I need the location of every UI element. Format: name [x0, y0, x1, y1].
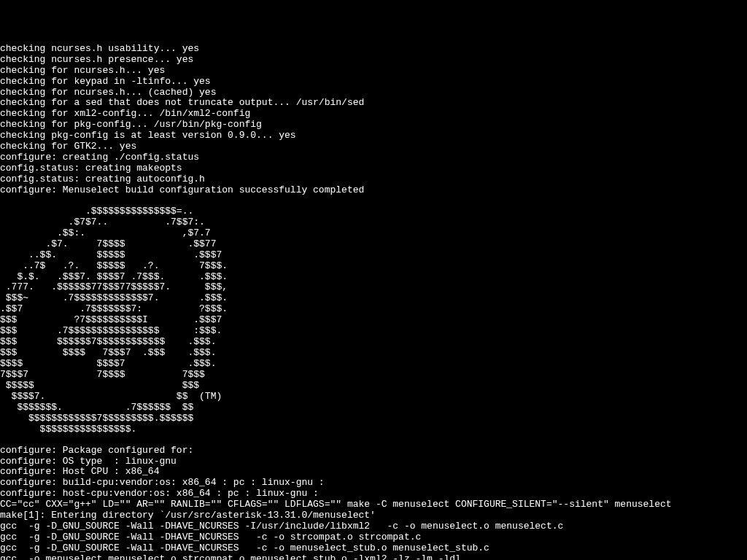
terminal-line: $$$$ $$$$7 .$$$. — [0, 359, 747, 370]
terminal-line: configure: Menuselect build configuratio… — [0, 185, 747, 196]
terminal-line: .$7$7.. .7$$7:. — [0, 217, 747, 228]
terminal-line: checking for xml2-config... /bin/xml2-co… — [0, 109, 747, 120]
terminal-line: configure: creating ./config.status — [0, 152, 747, 163]
terminal-line: $$$~ .7$$$$$$$$$$$$$7. .$$$. — [0, 293, 747, 304]
terminal-line: configure: build-cpu:vendor:os: x86_64 :… — [0, 478, 747, 489]
terminal-line: checking for a sed that does not truncat… — [0, 98, 747, 109]
terminal-line: make[1]: Entering directory `/usr/src/as… — [0, 510, 747, 521]
terminal-line: gcc -g -D_GNU_SOURCE -Wall -DHAVE_NCURSE… — [0, 543, 747, 554]
terminal-line: checking for keypad in -ltinfo... yes — [0, 77, 747, 88]
terminal-line: checking for GTK2... yes — [0, 141, 747, 152]
terminal-line — [0, 435, 747, 446]
terminal-line: config.status: creating autoconfig.h — [0, 174, 747, 185]
terminal-line: $$$ $$$$$$7$$$$$$$$$$$$ .$$$. — [0, 337, 747, 348]
terminal-line: $.$. .$$$7. $$$$7 .7$$$. .$$$. — [0, 272, 747, 283]
terminal-line: ..$$. $$$$$ .$$$7 — [0, 250, 747, 261]
terminal-line: configure: Host CPU : x86_64 — [0, 467, 747, 478]
terminal-line: configure: host-cpu:vendor:os: x86_64 : … — [0, 489, 747, 499]
terminal-line: ..7$ .?. $$$$$ .?. 7$$$. — [0, 261, 747, 272]
terminal-line: configure: Package configured for: — [0, 446, 747, 456]
terminal-line: $$$$$$$$$$$$$$$$. — [0, 424, 747, 435]
terminal-line: $$$$$$$$$$$$7$$$$$$$$$.$$$$$$ — [0, 413, 747, 424]
terminal-line: checking for pkg-config... /usr/bin/pkg-… — [0, 120, 747, 131]
terminal-line: 7$$$7 7$$$$ 7$$$ — [0, 370, 747, 381]
terminal-line — [0, 196, 747, 206]
terminal-line: $$$$$$$. .7$$$$$$ $$ — [0, 402, 747, 413]
terminal-line: CC="cc" CXX="g++" LD="" AR="" RANLIB="" … — [0, 499, 747, 510]
terminal-line: .$$:. ,$7.7 — [0, 228, 747, 239]
terminal-output: checking ncurses.h usability... yescheck… — [0, 44, 747, 560]
terminal-line: .777. .$$$$$$77$$$77$$$$$7. $$$, — [0, 282, 747, 293]
terminal-line: gcc -g -D_GNU_SOURCE -Wall -DHAVE_NCURSE… — [0, 532, 747, 543]
terminal-line: .$$$$$$$$$$$$$$$=.. — [0, 206, 747, 217]
terminal-line: gcc -g -D_GNU_SOURCE -Wall -DHAVE_NCURSE… — [0, 521, 747, 532]
terminal-line: gcc -o menuselect menuselect.o strcompat… — [0, 554, 747, 560]
terminal-line: .$$7 .7$$$$$$$7: ?$$$. — [0, 304, 747, 315]
terminal-line: $$$ .7$$$$$$$$$$$$$$$$ :$$$. — [0, 326, 747, 337]
terminal-line: checking ncurses.h presence... yes — [0, 55, 747, 66]
terminal-line: checking pkg-config is at least version … — [0, 131, 747, 141]
terminal-line: checking for ncurses.h... yes — [0, 66, 747, 77]
terminal-line: checking ncurses.h usability... yes — [0, 44, 747, 55]
terminal-line: $$$$$ $$$ — [0, 381, 747, 392]
terminal-line: $$$$7. $$ (TM) — [0, 392, 747, 402]
terminal-line: configure: OS type : linux-gnu — [0, 456, 747, 467]
terminal-line: $$$ ?7$$$$$$$$$$I .$$$7 — [0, 315, 747, 326]
terminal-line: .$7. 7$$$$ .$$77 — [0, 239, 747, 250]
terminal-line: config.status: creating makeopts — [0, 163, 747, 174]
terminal-line: $$$ $$$$ 7$$$7 .$$$ .$$$. — [0, 348, 747, 359]
terminal-line: checking for ncurses.h... (cached) yes — [0, 88, 747, 98]
